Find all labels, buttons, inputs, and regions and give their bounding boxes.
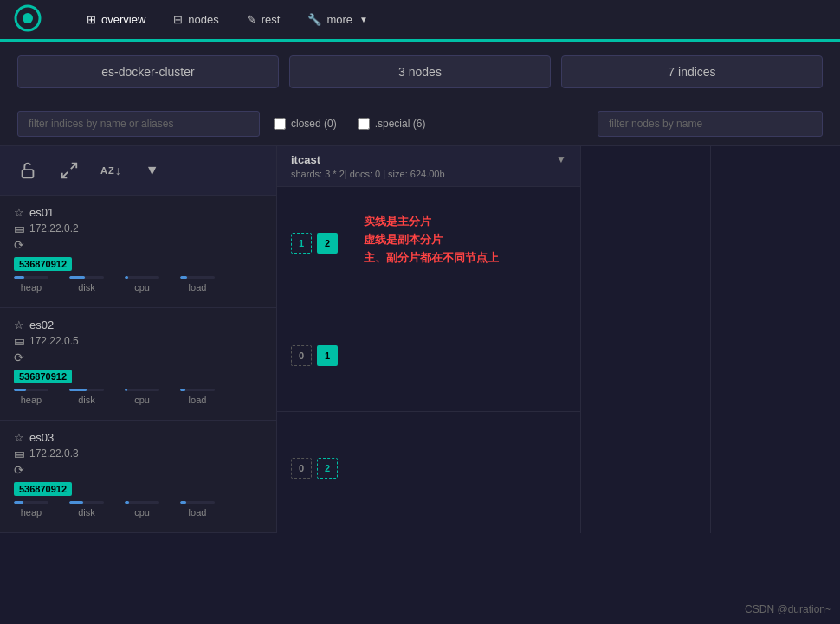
app-logo	[14, 4, 59, 35]
star-icon-es03: ☆	[14, 431, 24, 444]
cpu-stat-es03: cpu	[125, 501, 159, 518]
index-meta: shards: 3 * 2| docs: 0 | size: 624.00b	[291, 169, 445, 179]
indices-count: 7 indices	[668, 65, 715, 79]
config-icon-es01: ⟳	[14, 238, 24, 252]
node-name-es02: ☆ es02	[14, 318, 262, 331]
heap-stat-es02: heap	[14, 389, 48, 405]
node-name-es03: ☆ es03	[14, 431, 262, 444]
node-ip-es01: 🖴 172.22.0.2	[14, 222, 262, 235]
nav-label-nodes: nodes	[188, 13, 218, 26]
index-filter-input[interactable]	[17, 111, 260, 137]
shard-es02-1-primary[interactable]: 1	[317, 345, 338, 366]
node-filter-input[interactable]	[598, 111, 823, 137]
node-id-es02: 536870912	[14, 370, 72, 383]
nav-label-more: more	[326, 13, 352, 26]
disk-icon-es03: 🖴	[14, 447, 24, 460]
filter-dropdown-icon[interactable]: ▼	[139, 157, 166, 184]
svg-point-1	[23, 13, 33, 23]
star-icon-es01: ☆	[14, 206, 24, 219]
node-config-es03: ⟳	[14, 463, 262, 477]
node-stats-es03: heap disk cpu load	[14, 501, 262, 518]
closed-filter-checkbox[interactable]	[274, 118, 286, 130]
shard-es03-0-unassigned[interactable]: 0	[291, 458, 312, 479]
shard-es03-2-replica[interactable]: 2	[317, 458, 338, 479]
indices-count-card[interactable]: 7 indices	[561, 55, 823, 88]
config-icon-es02: ⟳	[14, 351, 24, 364]
sort-arrow-icon: ↓	[115, 164, 121, 177]
index-header-itcast: itcast shards: 3 * 2| docs: 0 | size: 62…	[277, 146, 580, 187]
disk-icon-es02: 🖴	[14, 335, 24, 347]
node-row-es03: ☆ es03 🖴 172.22.0.3 ⟳ 536870912 heap dis…	[0, 421, 276, 533]
heap-stat-es03: heap	[14, 501, 48, 518]
disk-stat-es01: disk	[69, 276, 104, 293]
special-filter-label[interactable]: .special (6)	[358, 118, 426, 130]
node-stats-es02: heap disk cpu load	[14, 389, 262, 405]
shards-row-es01: 1 2 实线是主分片 虚线是副本分片 主、副分片都在不同节点上	[277, 187, 580, 299]
annotation-text: 实线是主分片 虚线是副本分片 主、副分片都在不同节点上	[346, 196, 516, 284]
svg-line-4	[62, 172, 68, 177]
nodes-icon: ⊟	[173, 13, 183, 26]
shard-es01-1-replica[interactable]: 1	[291, 233, 312, 254]
nav-label-rest: rest	[262, 13, 281, 26]
closed-filter-label[interactable]: closed (0)	[274, 118, 337, 130]
empty-col-2	[580, 146, 710, 533]
toolbar-icons: A Z ↓ ▼	[0, 146, 276, 196]
node-row-es01: ☆ es01 🖴 172.22.0.2 ⟳ 536870912 heap dis…	[0, 196, 276, 308]
svg-rect-2	[23, 170, 34, 177]
cluster-name-card[interactable]: es-docker-cluster	[17, 55, 279, 88]
index-name: itcast	[291, 153, 445, 166]
load-stat-es03: load	[180, 501, 215, 518]
nav-item-more[interactable]: 🔧 more ▼	[295, 6, 380, 33]
watermark: CSDN @duration~	[745, 603, 831, 615]
shards-row-es03: 0 2	[277, 412, 580, 524]
cluster-name: es-docker-cluster	[101, 65, 194, 79]
disk-stat-es03: disk	[69, 501, 104, 518]
nav-label-overview: overview	[101, 13, 145, 26]
sort-az-icon[interactable]: A Z ↓	[97, 157, 125, 184]
load-stat-es02: load	[180, 389, 215, 405]
cpu-stat-es01: cpu	[125, 276, 159, 293]
summary-bar: es-docker-cluster 3 nodes 7 indices	[0, 42, 840, 102]
node-config-es02: ⟳	[14, 351, 262, 364]
shards-row-es02: 0 1	[277, 299, 580, 412]
shard-es01-2-primary[interactable]: 2	[317, 233, 338, 254]
node-name-es01: ☆ es01	[14, 206, 262, 219]
nav-item-nodes[interactable]: ⊟ nodes	[161, 6, 230, 33]
svg-line-3	[71, 164, 76, 169]
sort-a-label: A	[100, 165, 107, 176]
expand-icon[interactable]	[55, 157, 83, 184]
index-header-arrow[interactable]: ▼	[556, 153, 566, 165]
shard-es02-0-unassigned[interactable]: 0	[291, 345, 312, 366]
rest-icon: ✎	[247, 13, 256, 26]
node-id-es01: 536870912	[14, 257, 72, 271]
lock-icon[interactable]	[14, 157, 42, 184]
special-filter-checkbox[interactable]	[358, 118, 370, 130]
disk-icon-es01: 🖴	[14, 222, 24, 235]
node-stats-es01: heap disk cpu load	[14, 276, 262, 293]
nodes-count-card[interactable]: 3 nodes	[289, 55, 551, 88]
node-ip-es02: 🖴 172.22.0.5	[14, 335, 262, 347]
more-icon: 🔧	[307, 13, 321, 26]
empty-col-3	[710, 146, 840, 533]
nav-items: ⊞ overview ⊟ nodes ✎ rest 🔧 more ▼	[74, 6, 380, 33]
main-content: A Z ↓ ▼ ☆ es01 🖴 172.22.0.2 ⟳ 536870912	[0, 146, 840, 533]
cpu-stat-es02: cpu	[125, 389, 159, 405]
heap-stat-es01: heap	[14, 276, 48, 293]
index-section: itcast shards: 3 * 2| docs: 0 | size: 62…	[277, 146, 580, 533]
node-id-es03: 536870912	[14, 482, 72, 496]
sort-z-label: Z	[108, 165, 114, 176]
nodes-count: 3 nodes	[398, 65, 442, 79]
filter-bar: closed (0) .special (6)	[0, 102, 840, 146]
config-icon-es03: ⟳	[14, 463, 24, 477]
nav-item-rest[interactable]: ✎ rest	[235, 6, 293, 33]
load-stat-es01: load	[180, 276, 215, 293]
node-ip-es03: 🖴 172.22.0.3	[14, 447, 262, 460]
overview-icon: ⊞	[87, 13, 96, 26]
star-icon-es02: ☆	[14, 318, 24, 331]
checkbox-group: closed (0) .special (6)	[274, 118, 584, 130]
navbar: ⊞ overview ⊟ nodes ✎ rest 🔧 more ▼	[0, 0, 840, 42]
disk-stat-es02: disk	[69, 389, 104, 405]
special-filter-text: .special (6)	[375, 118, 426, 130]
node-row-es02: ☆ es02 🖴 172.22.0.5 ⟳ 536870912 heap dis…	[0, 308, 276, 421]
nav-item-overview[interactable]: ⊞ overview	[74, 6, 158, 33]
